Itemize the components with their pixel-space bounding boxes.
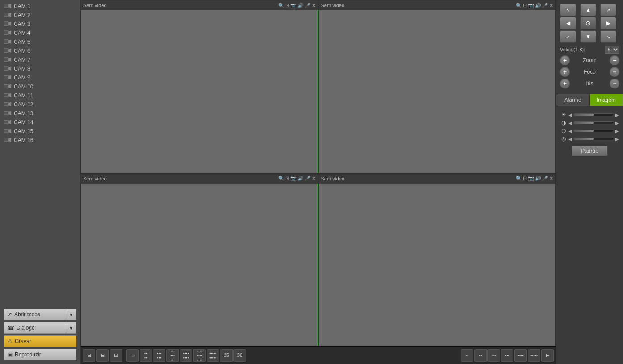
- toolbar-btn-1[interactable]: ⊞: [83, 349, 95, 362]
- sidebar-item-cam-7[interactable]: CAM 7: [0, 55, 80, 64]
- iris-in-btn[interactable]: +: [560, 79, 570, 88]
- ptz-up-right[interactable]: ↗: [600, 4, 616, 16]
- sidebar-item-cam-15[interactable]: CAM 15: [0, 127, 80, 136]
- default-button[interactable]: Padrão: [572, 146, 608, 156]
- video-body-bottom-right[interactable]: [319, 184, 556, 346]
- toolbar-btn-8[interactable]: ▪▪▪▪▪▪▪▪: [180, 349, 192, 362]
- toolbar-right-btn-3[interactable]: +▪: [487, 349, 500, 362]
- sidebar-item-cam-5[interactable]: CAM 5: [0, 38, 80, 46]
- contrast-right[interactable]: ▶: [615, 121, 619, 126]
- toolbar-btn-25[interactable]: 25: [220, 349, 233, 362]
- ptz-down-right[interactable]: ↘: [600, 30, 616, 43]
- audio-icon-bottom-right[interactable]: 🔊: [535, 176, 541, 181]
- hue-track[interactable]: [573, 138, 614, 140]
- ptz-left[interactable]: ◀: [560, 17, 576, 29]
- close-icon-bottom-right[interactable]: ✕: [549, 176, 553, 181]
- saturation-track[interactable]: [573, 130, 614, 132]
- sidebar-item-cam-10[interactable]: CAM 10: [0, 82, 80, 91]
- contrast-track[interactable]: [573, 121, 614, 124]
- contrast-left[interactable]: ◀: [568, 121, 572, 126]
- record-icon-bottom-right[interactable]: ⊡: [523, 176, 527, 181]
- ptz-up[interactable]: ▲: [580, 4, 596, 16]
- sidebar-item-cam-2[interactable]: CAM 2: [0, 11, 80, 20]
- toolbar-btn-4[interactable]: ▭: [126, 349, 139, 362]
- snapshot-icon-top-right[interactable]: 📷: [528, 3, 534, 8]
- toolbar-btn-10[interactable]: ▪▪▪▪▪▪▪▪▪▪: [207, 349, 219, 362]
- sidebar-item-cam-3[interactable]: CAM 3: [0, 20, 80, 29]
- toolbar-btn-3[interactable]: ⊡: [110, 349, 122, 362]
- mic-icon-top-right[interactable]: 🎤: [542, 3, 548, 8]
- video-body-top-right[interactable]: [319, 10, 556, 173]
- sidebar-item-cam-16[interactable]: CAM 16: [0, 136, 80, 145]
- toolbar-btn-5[interactable]: ▪▪▪▪: [140, 349, 152, 362]
- record-button[interactable]: ⚠ Gravar: [4, 335, 76, 347]
- brightness-track[interactable]: [573, 113, 614, 116]
- sidebar-item-cam-12[interactable]: CAM 12: [0, 100, 80, 109]
- video-body-bottom-left[interactable]: [81, 184, 318, 346]
- toolbar-right-btn-6[interactable]: ▪▪▪▪▪: [528, 349, 540, 362]
- toolbar-right-btn-1[interactable]: ▪: [461, 349, 473, 362]
- sidebar-item-cam-11[interactable]: CAM 11: [0, 91, 80, 100]
- saturation-right[interactable]: ▶: [615, 129, 619, 134]
- toolbar-btn-6[interactable]: ▪▪▪▪▪▪: [153, 349, 165, 362]
- open-all-button[interactable]: ↗ Abrir todos: [4, 309, 66, 320]
- sidebar-item-cam-8[interactable]: CAM 8: [0, 64, 80, 73]
- toolbar-expand[interactable]: ▶: [541, 349, 554, 362]
- record-icon-top-left[interactable]: ⊡: [285, 3, 289, 8]
- zoom-icon-bottom-right[interactable]: 🔍: [516, 176, 522, 181]
- playback-button[interactable]: ▣ Reproduzir: [4, 349, 76, 360]
- iris-out-btn[interactable]: −: [610, 79, 619, 88]
- toolbar-right-btn-5[interactable]: ▪▪▪▪: [514, 349, 527, 362]
- sidebar-item-cam-14[interactable]: CAM 14: [0, 118, 80, 127]
- toolbar-btn-36[interactable]: 36: [233, 349, 246, 362]
- audio-icon-top-right[interactable]: 🔊: [535, 3, 541, 8]
- brightness-left[interactable]: ◀: [568, 113, 572, 117]
- zoom-icon-top-left[interactable]: 🔍: [278, 3, 284, 8]
- alarm-tab[interactable]: Alarme: [556, 94, 590, 106]
- open-all-dropdown[interactable]: ▼: [66, 309, 76, 320]
- mic-icon-top-left[interactable]: 🎤: [305, 3, 311, 8]
- mic-icon-bottom-right[interactable]: 🎤: [542, 176, 548, 181]
- toolbar-btn-7[interactable]: ▪▪▪▪▪▪▪▪▪: [166, 349, 179, 362]
- sidebar-item-cam-6[interactable]: CAM 6: [0, 46, 80, 55]
- focus-in-btn[interactable]: +: [560, 67, 570, 77]
- snapshot-icon-bottom-right[interactable]: 📷: [528, 176, 534, 181]
- hue-left[interactable]: ◀: [568, 137, 572, 142]
- saturation-left[interactable]: ◀: [568, 129, 572, 134]
- sidebar-item-cam-9[interactable]: CAM 9: [0, 73, 80, 82]
- focus-out-btn[interactable]: −: [610, 67, 619, 77]
- image-tab[interactable]: Imagem: [590, 94, 623, 106]
- close-icon-top-right[interactable]: ✕: [549, 3, 553, 8]
- audio-icon-top-left[interactable]: 🔊: [297, 3, 304, 8]
- zoom-icon-top-right[interactable]: 🔍: [516, 3, 522, 8]
- snapshot-icon-bottom-left[interactable]: 📷: [290, 176, 297, 181]
- ptz-right[interactable]: ▶: [600, 17, 616, 29]
- sidebar-item-cam-1[interactable]: CAM 1: [0, 2, 80, 11]
- ptz-down[interactable]: ▼: [580, 30, 596, 43]
- toolbar-btn-2[interactable]: ⊟: [96, 349, 109, 362]
- ptz-down-left[interactable]: ↙: [560, 30, 576, 43]
- close-icon-bottom-left[interactable]: ✕: [312, 176, 316, 181]
- zoom-out-btn[interactable]: −: [610, 55, 619, 65]
- zoom-icon-bottom-left[interactable]: 🔍: [278, 176, 284, 181]
- toolbar-right-btn-4[interactable]: ▪▪▪: [501, 349, 513, 362]
- record-icon-top-right[interactable]: ⊡: [523, 3, 527, 8]
- toolbar-btn-9[interactable]: ▪▪▪▪▪▪▪▪▪▪▪▪: [193, 349, 206, 362]
- video-body-top-left[interactable]: [81, 10, 318, 173]
- snapshot-icon-top-left[interactable]: 📷: [290, 3, 297, 8]
- hue-right[interactable]: ▶: [615, 137, 619, 142]
- ptz-up-left[interactable]: ↖: [560, 4, 576, 16]
- sidebar-item-cam-13[interactable]: CAM 13: [0, 109, 80, 118]
- speed-select[interactable]: 5 1234 678: [605, 46, 619, 54]
- zoom-in-btn[interactable]: +: [560, 55, 570, 65]
- mic-icon-bottom-left[interactable]: 🎤: [305, 176, 311, 181]
- close-icon-top-left[interactable]: ✕: [312, 3, 316, 8]
- dialog-dropdown[interactable]: ▼: [66, 322, 76, 334]
- dialog-button[interactable]: ☎ Diálogo: [4, 322, 66, 334]
- toolbar-right-btn-2[interactable]: ▪▪: [474, 349, 487, 362]
- brightness-right[interactable]: ▶: [615, 113, 619, 117]
- ptz-camera[interactable]: ⊙: [580, 17, 596, 29]
- audio-icon-bottom-left[interactable]: 🔊: [297, 176, 304, 181]
- sidebar-item-cam-4[interactable]: CAM 4: [0, 29, 80, 38]
- record-icon-bottom-left[interactable]: ⊡: [285, 176, 289, 181]
